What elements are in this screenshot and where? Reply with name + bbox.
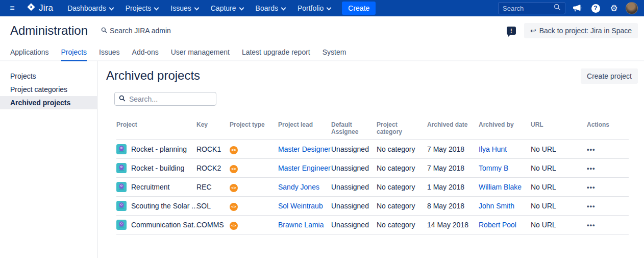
table-row: Rocket - building ROCK2 <> Master Engine… xyxy=(116,159,629,178)
sidebar-item-project-categories[interactable]: Project categories xyxy=(0,83,97,96)
archived-by-link[interactable]: Robert Pool xyxy=(479,221,516,229)
project-name[interactable]: Recruitment xyxy=(131,183,169,191)
archived-date: 7 May 2018 xyxy=(427,164,464,172)
software-project-type-icon: <> xyxy=(230,184,238,192)
top-navbar: ≡ Jira Dashboards Projects Issues Captur… xyxy=(0,0,644,16)
help-icon[interactable]: ? xyxy=(589,2,602,15)
return-arrow-icon: ↩ xyxy=(530,27,536,35)
archived-by-link[interactable]: William Blake xyxy=(479,183,522,191)
admin-tabbar: Applications Projects Issues Add-ons Use… xyxy=(0,45,644,61)
global-search-input[interactable] xyxy=(503,5,554,12)
tab-add-ons[interactable]: Add-ons xyxy=(132,45,159,61)
software-project-type-icon: <> xyxy=(230,203,238,211)
nav-menu-dashboards[interactable]: Dashboards xyxy=(62,2,118,15)
back-to-project-button[interactable]: ↩ Back to project: Jira in Space xyxy=(524,23,638,38)
tab-applications[interactable]: Applications xyxy=(10,45,49,61)
row-actions-menu-icon[interactable]: ••• xyxy=(587,183,596,191)
admin-header: Administration Search JIRA admin ! ↩ Bac… xyxy=(0,16,644,45)
col-actions: Actions xyxy=(587,117,629,140)
archived-by-link[interactable]: Tommy B xyxy=(479,164,508,172)
nav-menu-issues[interactable]: Issues xyxy=(165,2,203,15)
table-row: Rocket - planning ROCK1 <> Master Design… xyxy=(116,140,629,159)
settings-gear-icon[interactable]: ⚙ xyxy=(607,2,621,15)
col-project-category: Project category xyxy=(377,117,427,140)
col-archived-date: Archived date xyxy=(427,117,479,140)
feedback-megaphone-icon[interactable] xyxy=(571,2,584,15)
project-lead-link[interactable]: Master Designer xyxy=(278,145,331,153)
chevron-down-icon xyxy=(327,5,331,9)
nav-menu-capture[interactable]: Capture xyxy=(206,2,249,15)
tab-latest-upgrade-report[interactable]: Latest upgrade report xyxy=(242,45,310,61)
software-project-type-icon: <> xyxy=(230,222,238,230)
row-actions-menu-icon[interactable]: ••• xyxy=(587,221,596,229)
default-assignee: Unassigned xyxy=(331,221,369,229)
create-project-button[interactable]: Create project xyxy=(581,68,638,84)
project-category: No category xyxy=(377,145,415,153)
tab-system[interactable]: System xyxy=(323,45,346,61)
chevron-down-icon xyxy=(239,5,243,9)
project-category: No category xyxy=(377,221,415,229)
user-avatar[interactable] xyxy=(626,2,638,14)
project-name[interactable]: Rocket - building xyxy=(131,164,184,172)
row-actions-menu-icon[interactable]: ••• xyxy=(587,146,596,153)
archived-date: 8 May 2018 xyxy=(427,202,464,210)
project-avatar-icon xyxy=(116,144,127,154)
project-lead-link[interactable]: Sol Weintraub xyxy=(278,202,323,210)
archived-by-link[interactable]: Ilya Hunt xyxy=(479,145,507,153)
project-key: ROCK1 xyxy=(196,145,221,153)
chevron-down-icon xyxy=(194,5,199,9)
search-input[interactable] xyxy=(129,95,212,103)
feedback-bubble-icon[interactable]: ! xyxy=(507,27,516,35)
col-project: Project xyxy=(116,117,196,140)
archived-date: 7 May 2018 xyxy=(427,145,464,153)
chevron-down-icon xyxy=(109,5,113,9)
project-key: SOL xyxy=(196,202,211,210)
col-key: Key xyxy=(196,117,230,140)
nav-menu-portfolio[interactable]: Portfolio xyxy=(292,2,336,15)
nav-menu-boards[interactable]: Boards xyxy=(251,2,290,15)
jira-logo[interactable]: Jira xyxy=(27,3,53,14)
main-panel: Archived projects Create project Project… xyxy=(97,61,644,258)
page-title: Administration xyxy=(10,24,88,38)
project-key: ROCK2 xyxy=(196,164,221,172)
project-name[interactable]: Rocket - planning xyxy=(131,145,187,153)
default-assignee: Unassigned xyxy=(331,164,369,172)
chevron-down-icon xyxy=(281,5,285,9)
project-name[interactable]: Scouting the Solar ... xyxy=(131,202,196,210)
tab-projects[interactable]: Projects xyxy=(61,45,87,61)
section-title: Archived projects xyxy=(106,68,200,83)
project-key: REC xyxy=(196,183,212,191)
global-search[interactable] xyxy=(498,2,565,14)
row-actions-menu-icon[interactable]: ••• xyxy=(587,202,596,210)
col-url: URL xyxy=(531,117,587,140)
archived-by-link[interactable]: John Smith xyxy=(479,202,514,210)
create-button[interactable]: Create xyxy=(342,2,376,15)
project-url: No URL xyxy=(531,183,556,191)
project-name[interactable]: Communication Sat... xyxy=(131,221,196,229)
tab-user-management[interactable]: User management xyxy=(171,45,230,61)
col-default-assignee: Default Assignee xyxy=(331,117,377,140)
tab-issues[interactable]: Issues xyxy=(99,45,119,61)
jira-wordmark: Jira xyxy=(39,3,53,13)
project-url: No URL xyxy=(531,221,556,229)
project-avatar-icon xyxy=(116,182,127,192)
software-project-type-icon: <> xyxy=(230,146,238,154)
nav-menu-projects[interactable]: Projects xyxy=(120,2,164,15)
project-category: No category xyxy=(377,202,415,210)
project-avatar-icon xyxy=(116,201,127,211)
sidebar-item-archived-projects[interactable]: Archived projects xyxy=(0,96,97,109)
project-lead-link[interactable]: Brawne Lamia xyxy=(278,221,324,229)
app-switcher-icon[interactable]: ≡ xyxy=(5,2,19,14)
sidebar-item-projects[interactable]: Projects xyxy=(0,69,97,83)
search-icon xyxy=(119,95,126,104)
project-lead-link[interactable]: Sandy Jones xyxy=(278,183,319,191)
default-assignee: Unassigned xyxy=(331,145,369,153)
col-archived-by: Archived by xyxy=(479,117,531,140)
default-assignee: Unassigned xyxy=(331,202,369,210)
row-actions-menu-icon[interactable]: ••• xyxy=(587,165,596,172)
jira-logo-icon xyxy=(27,3,36,14)
table-row: Recruitment REC <> Sandy Jones Unassigne… xyxy=(116,178,629,197)
project-lead-link[interactable]: Master Engineer xyxy=(278,164,331,172)
archived-projects-search[interactable] xyxy=(114,92,216,106)
search-jira-admin[interactable]: Search JIRA admin xyxy=(101,27,171,35)
